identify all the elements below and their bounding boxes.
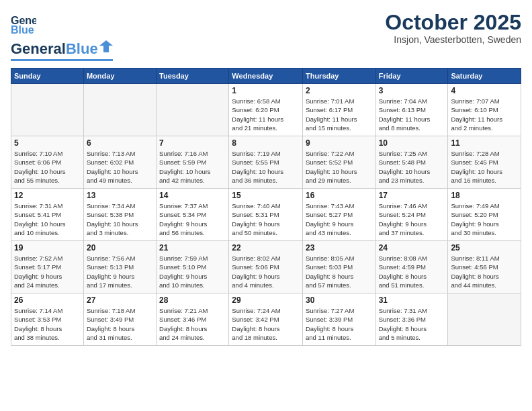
day-number: 30: [306, 295, 373, 305]
day-number: 20: [87, 243, 153, 253]
col-saturday: Saturday: [448, 68, 521, 84]
week-row-2: 5Sunrise: 7:10 AM Sunset: 6:06 PM Daylig…: [11, 136, 521, 189]
day-info: Sunrise: 7:22 AM Sunset: 5:52 PM Dayligh…: [306, 149, 373, 185]
day-number: 19: [14, 243, 81, 253]
col-tuesday: Tuesday: [157, 68, 229, 84]
day-number: 29: [232, 295, 300, 305]
day-info: Sunrise: 7:16 AM Sunset: 5:59 PM Dayligh…: [159, 149, 226, 185]
day-number: 15: [232, 191, 300, 200]
day-number: 13: [87, 191, 153, 200]
day-number: 12: [14, 191, 81, 200]
week-row-1: 1Sunrise: 6:58 AM Sunset: 6:20 PM Daylig…: [11, 84, 521, 136]
svg-text:Blue: Blue: [11, 24, 34, 36]
day-info: Sunrise: 8:11 AM Sunset: 4:56 PM Dayligh…: [451, 254, 518, 289]
calendar-cell: 2Sunrise: 7:01 AM Sunset: 6:17 PM Daylig…: [302, 84, 375, 136]
day-info: Sunrise: 7:40 AM Sunset: 5:31 PM Dayligh…: [232, 201, 300, 237]
day-number: 25: [451, 243, 518, 253]
day-number: 28: [159, 295, 226, 305]
logo-general: General: [11, 40, 66, 58]
day-number: 16: [306, 191, 373, 200]
day-info: Sunrise: 7:28 AM Sunset: 5:45 PM Dayligh…: [451, 149, 518, 185]
day-info: Sunrise: 7:13 AM Sunset: 6:02 PM Dayligh…: [87, 149, 153, 185]
calendar-cell: [157, 84, 229, 136]
day-number: 7: [159, 138, 226, 148]
logo-blue: Blue: [66, 40, 98, 58]
calendar-cell: 6Sunrise: 7:13 AM Sunset: 6:02 PM Daylig…: [83, 136, 156, 189]
day-number: 1: [232, 86, 300, 95]
calendar-cell: 3Sunrise: 7:04 AM Sunset: 6:13 PM Daylig…: [375, 84, 448, 136]
day-number: 3: [379, 86, 445, 95]
day-info: Sunrise: 7:46 AM Sunset: 5:24 PM Dayligh…: [379, 201, 445, 237]
calendar-cell: 20Sunrise: 7:56 AM Sunset: 5:13 PM Dayli…: [83, 241, 156, 293]
day-info: Sunrise: 7:18 AM Sunset: 3:49 PM Dayligh…: [87, 306, 153, 342]
day-number: 9: [306, 138, 373, 148]
calendar-cell: 18Sunrise: 7:49 AM Sunset: 5:20 PM Dayli…: [448, 189, 521, 241]
day-info: Sunrise: 7:31 AM Sunset: 5:41 PM Dayligh…: [14, 201, 81, 237]
col-monday: Monday: [83, 68, 156, 84]
header: General Blue General Blue October 2025 I…: [11, 11, 521, 61]
calendar-table: Sunday Monday Tuesday Wednesday Thursday…: [11, 68, 521, 346]
day-info: Sunrise: 7:37 AM Sunset: 5:34 PM Dayligh…: [159, 201, 226, 237]
day-info: Sunrise: 7:59 AM Sunset: 5:10 PM Dayligh…: [159, 254, 226, 289]
calendar-cell: 27Sunrise: 7:18 AM Sunset: 3:49 PM Dayli…: [83, 293, 156, 346]
day-number: 14: [159, 191, 226, 200]
day-number: 26: [14, 295, 81, 305]
month-title: October 2025: [385, 11, 521, 34]
week-row-3: 12Sunrise: 7:31 AM Sunset: 5:41 PM Dayli…: [11, 189, 521, 241]
calendar-cell: 1Sunrise: 6:58 AM Sunset: 6:20 PM Daylig…: [229, 84, 303, 136]
day-number: 6: [87, 138, 153, 148]
calendar-cell: 19Sunrise: 7:52 AM Sunset: 5:17 PM Dayli…: [11, 241, 84, 293]
day-info: Sunrise: 7:07 AM Sunset: 6:10 PM Dayligh…: [451, 97, 518, 132]
calendar-cell: 29Sunrise: 7:24 AM Sunset: 3:42 PM Dayli…: [229, 293, 303, 346]
calendar-cell: 17Sunrise: 7:46 AM Sunset: 5:24 PM Dayli…: [375, 189, 448, 241]
day-number: 10: [379, 138, 445, 148]
day-info: Sunrise: 8:05 AM Sunset: 5:03 PM Dayligh…: [306, 254, 373, 289]
title-section: October 2025 Insjon, Vaesterbotten, Swed…: [385, 11, 521, 45]
logo: General Blue General Blue: [11, 11, 113, 61]
day-info: Sunrise: 8:08 AM Sunset: 4:59 PM Dayligh…: [379, 254, 445, 289]
day-info: Sunrise: 7:14 AM Sunset: 3:53 PM Dayligh…: [14, 306, 81, 342]
calendar-cell: 31Sunrise: 7:31 AM Sunset: 3:36 PM Dayli…: [375, 293, 448, 346]
day-info: Sunrise: 7:04 AM Sunset: 6:13 PM Dayligh…: [379, 97, 445, 132]
week-row-4: 19Sunrise: 7:52 AM Sunset: 5:17 PM Dayli…: [11, 241, 521, 293]
day-number: 2: [306, 86, 373, 95]
day-info: Sunrise: 7:34 AM Sunset: 5:38 PM Dayligh…: [87, 201, 153, 237]
day-info: Sunrise: 7:19 AM Sunset: 5:55 PM Dayligh…: [232, 149, 300, 185]
day-info: Sunrise: 7:49 AM Sunset: 5:20 PM Dayligh…: [451, 201, 518, 237]
calendar-cell: 10Sunrise: 7:25 AM Sunset: 5:48 PM Dayli…: [375, 136, 448, 189]
day-number: 23: [306, 243, 373, 253]
location: Insjon, Vaesterbotten, Sweden: [385, 34, 521, 45]
calendar-cell: 12Sunrise: 7:31 AM Sunset: 5:41 PM Dayli…: [11, 189, 84, 241]
logo-underline: [11, 59, 113, 61]
calendar-cell: 8Sunrise: 7:19 AM Sunset: 5:55 PM Daylig…: [229, 136, 303, 189]
calendar-cell: 13Sunrise: 7:34 AM Sunset: 5:38 PM Dayli…: [83, 189, 156, 241]
col-thursday: Thursday: [302, 68, 375, 84]
day-info: Sunrise: 7:10 AM Sunset: 6:06 PM Dayligh…: [14, 149, 81, 185]
day-number: 11: [451, 138, 518, 148]
calendar-cell: 11Sunrise: 7:28 AM Sunset: 5:45 PM Dayli…: [448, 136, 521, 189]
day-number: 4: [451, 86, 518, 95]
day-number: 17: [379, 191, 445, 200]
day-info: Sunrise: 7:56 AM Sunset: 5:13 PM Dayligh…: [87, 254, 153, 289]
calendar-cell: 5Sunrise: 7:10 AM Sunset: 6:06 PM Daylig…: [11, 136, 84, 189]
day-number: 21: [159, 243, 226, 253]
day-number: 31: [379, 295, 445, 305]
calendar-cell: 22Sunrise: 8:02 AM Sunset: 5:06 PM Dayli…: [229, 241, 303, 293]
calendar-cell: 16Sunrise: 7:43 AM Sunset: 5:27 PM Dayli…: [302, 189, 375, 241]
day-info: Sunrise: 8:02 AM Sunset: 5:06 PM Dayligh…: [232, 254, 300, 289]
calendar-cell: 26Sunrise: 7:14 AM Sunset: 3:53 PM Dayli…: [11, 293, 84, 346]
day-info: Sunrise: 7:31 AM Sunset: 3:36 PM Dayligh…: [379, 306, 445, 342]
calendar-cell: 30Sunrise: 7:27 AM Sunset: 3:39 PM Dayli…: [302, 293, 375, 346]
day-number: 24: [379, 243, 445, 253]
calendar-cell: 28Sunrise: 7:21 AM Sunset: 3:46 PM Dayli…: [157, 293, 229, 346]
logo-icon: General Blue: [11, 11, 36, 36]
day-info: Sunrise: 6:58 AM Sunset: 6:20 PM Dayligh…: [232, 97, 300, 132]
day-number: 8: [232, 138, 300, 148]
day-info: Sunrise: 7:24 AM Sunset: 3:42 PM Dayligh…: [232, 306, 300, 342]
calendar-cell: 14Sunrise: 7:37 AM Sunset: 5:34 PM Dayli…: [157, 189, 229, 241]
calendar-cell: [83, 84, 156, 136]
day-info: Sunrise: 7:01 AM Sunset: 6:17 PM Dayligh…: [306, 97, 373, 132]
day-info: Sunrise: 7:21 AM Sunset: 3:46 PM Dayligh…: [159, 306, 226, 342]
calendar-cell: [448, 293, 521, 346]
calendar-cell: 15Sunrise: 7:40 AM Sunset: 5:31 PM Dayli…: [229, 189, 303, 241]
